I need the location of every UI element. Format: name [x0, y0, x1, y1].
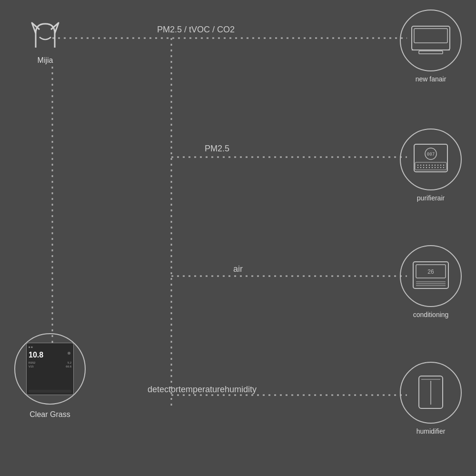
device-conditioning: 26 conditioning: [400, 245, 462, 318]
cleargrass-indicator-dot: [68, 352, 70, 355]
purifier-label: purifierair: [417, 194, 445, 202]
svg-point-25: [443, 165, 444, 166]
svg-point-22: [435, 165, 436, 166]
svg-rect-36: [413, 262, 448, 288]
svg-point-27: [420, 167, 421, 168]
svg-point-18: [423, 165, 424, 166]
cleargrass-circle: ■ ■ 10.8 R352 5.2 V15 66.6: [14, 333, 86, 405]
cleargrass-row1: R352 5.2: [29, 361, 71, 364]
svg-point-23: [437, 165, 438, 166]
cleargrass-row1-label: R352: [29, 361, 35, 364]
cleargrass-screen-rows: R352 5.2 V15 66.6: [29, 361, 71, 368]
label-air: air: [233, 264, 243, 274]
cleargrass-row1-value: 5.2: [68, 361, 71, 364]
cleargrass-row2-value: 66.6: [66, 365, 71, 368]
purifier-icon: 007: [409, 140, 452, 178]
humidifier-circle: [400, 362, 462, 424]
svg-point-31: [432, 167, 433, 168]
label-detector: detectortemperaturehumidity: [148, 385, 257, 395]
fanair-icon: [409, 21, 452, 60]
device-purifier: 007: [400, 129, 462, 202]
conditioning-icon: 26: [409, 257, 452, 295]
device-fanair: new fanair: [400, 10, 462, 83]
svg-point-28: [423, 167, 424, 168]
svg-rect-9: [414, 29, 447, 43]
cleargrass-row2: V15 66.6: [29, 365, 71, 368]
conditioning-label: conditioning: [413, 311, 449, 318]
fanair-label: new fanair: [416, 75, 446, 83]
cleargrass-main-value: 10.8: [29, 351, 43, 359]
mijia-area: Mijia: [26, 19, 64, 65]
humidifier-inner: [414, 374, 447, 412]
svg-point-30: [429, 167, 430, 168]
svg-point-19: [426, 165, 427, 166]
svg-point-16: [417, 165, 418, 166]
mijia-logo-icon: [26, 19, 64, 52]
purifier-circle: 007: [400, 129, 462, 190]
fanair-circle: [400, 10, 462, 71]
svg-point-20: [429, 165, 430, 166]
main-container: Mijia PM2.5 / tVOC / CO2 PM2.5 air detec…: [0, 0, 476, 476]
svg-point-24: [440, 165, 441, 166]
svg-point-29: [426, 167, 427, 168]
conditioning-inner: 26: [409, 257, 452, 295]
svg-rect-15: [415, 162, 446, 170]
svg-point-35: [443, 167, 444, 168]
conditioning-circle: 26: [400, 245, 462, 307]
svg-point-26: [417, 167, 418, 168]
cleargrass-screen: ■ ■ 10.8 R352 5.2 V15 66.6: [26, 343, 74, 395]
label-pm25: PM2.5: [205, 144, 229, 154]
svg-rect-8: [412, 26, 450, 50]
svg-point-17: [420, 165, 421, 166]
mijia-label: Mijia: [38, 56, 53, 65]
device-humidifier: humidifier: [400, 362, 462, 435]
svg-rect-11: [419, 51, 443, 54]
cleargrass-screen-top: ■ ■: [29, 345, 71, 349]
svg-point-32: [435, 167, 436, 168]
purifier-inner: 007: [409, 140, 452, 178]
svg-point-33: [437, 167, 438, 168]
humidifier-icon: [414, 374, 447, 412]
label-pm25-tvoc: PM2.5 / tVOC / CO2: [157, 25, 235, 35]
svg-point-21: [432, 165, 433, 166]
cleargrass-label: Clear Grass: [30, 410, 70, 419]
cleargrass-row2-label: V15: [29, 365, 34, 368]
svg-text:007: 007: [427, 152, 435, 157]
svg-point-34: [440, 167, 441, 168]
humidifier-label: humidifier: [416, 427, 446, 435]
cleargrass-area: ■ ■ 10.8 R352 5.2 V15 66.6: [14, 333, 86, 419]
svg-text:26: 26: [427, 268, 434, 275]
